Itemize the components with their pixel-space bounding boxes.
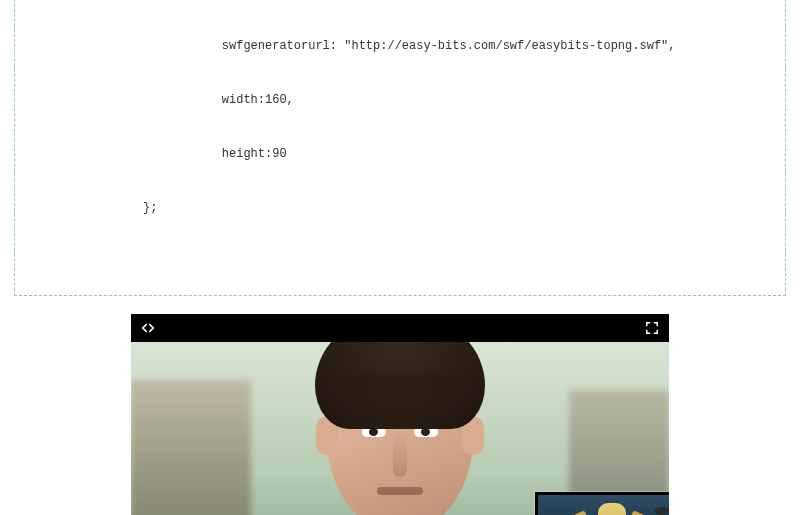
video-canvas[interactable]: flowplayer <box>131 342 669 515</box>
code-line: height:90 <box>15 145 785 163</box>
code-block-1: swfgeneratorurl: "http://easy-bits.com/s… <box>14 0 786 296</box>
code-line: swfgeneratorurl: "http://easy-bits.com/s… <box>15 37 785 55</box>
fullscreen-icon[interactable] <box>645 321 659 335</box>
picture-in-picture-thumbnail[interactable] <box>535 492 669 515</box>
page-root: swfgeneratorurl: "http://easy-bits.com/s… <box>0 0 800 515</box>
video-player[interactable]: flowplayer 00:03 00:25 <box>131 314 669 515</box>
video-frame-actor <box>290 342 510 515</box>
code-line: }; <box>15 199 785 217</box>
player-container: flowplayer 00:03 00:25 <box>14 314 786 515</box>
embed-icon[interactable] <box>141 321 155 335</box>
player-titlebar <box>131 314 669 342</box>
code-line: width:160, <box>15 91 785 109</box>
